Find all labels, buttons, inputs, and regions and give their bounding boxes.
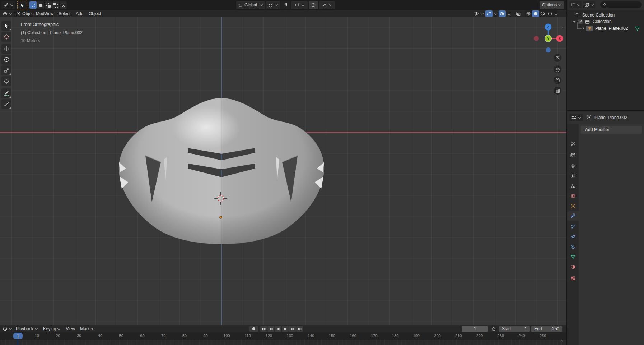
playhead[interactable] (18, 339, 18, 345)
tab-texture[interactable] (568, 273, 578, 283)
tab-scene[interactable] (568, 181, 578, 190)
menu-object[interactable]: Object (86, 10, 104, 17)
select-mode-intersect-button[interactable] (60, 1, 67, 9)
snap-target-dropdown[interactable] (266, 1, 280, 9)
viewport-editor-type-dropdown[interactable] (1, 11, 13, 17)
jump-to-start-button[interactable] (260, 326, 267, 332)
properties-editor-type-dropdown[interactable] (569, 114, 583, 121)
view-name-label: Front Orthographic (21, 22, 59, 27)
timeline-ruler[interactable]: 1020304050607080901001101201301401501601… (0, 332, 566, 340)
gizmo-axis-negx[interactable] (534, 36, 539, 41)
tab-material[interactable] (568, 262, 578, 271)
shading-dropdown[interactable] (554, 10, 558, 17)
menu-playback[interactable]: Playback (13, 326, 41, 332)
gizmo-axis-y[interactable]: Y (545, 35, 552, 42)
tool-transform[interactable] (1, 76, 11, 86)
tab-object[interactable] (568, 201, 578, 211)
shading-rendered-button[interactable] (546, 10, 554, 17)
shading-solid-button[interactable] (532, 10, 539, 17)
gizmo-axis-x[interactable]: X (556, 35, 563, 42)
tool-measure[interactable] (1, 99, 11, 109)
gizmo-axis-negz[interactable] (546, 47, 551, 52)
gizmo-axis-z[interactable]: Z (545, 24, 552, 31)
menu-select[interactable]: Select (56, 10, 73, 17)
outliner-row-scene-collection[interactable]: Scene Collection (567, 12, 644, 18)
outliner-filter-dropdown[interactable] (583, 1, 595, 8)
menu-marker[interactable]: Marker (78, 326, 96, 332)
tool-select-box[interactable] (1, 21, 11, 31)
record-button[interactable] (249, 326, 258, 332)
timeline-editor-type-dropdown[interactable] (1, 326, 13, 332)
ruler-tick-label: 180 (392, 334, 398, 338)
overlays-toggle[interactable] (499, 10, 506, 17)
menu-keying[interactable]: Keying (41, 326, 64, 332)
tab-tool[interactable] (568, 139, 578, 148)
menu-add[interactable]: Add (73, 10, 86, 17)
falloff-dropdown[interactable] (319, 1, 335, 9)
object-visibility-dropdown[interactable] (473, 10, 485, 17)
overlays-dropdown[interactable] (507, 10, 511, 17)
camera-view-button[interactable] (554, 76, 561, 84)
menu-view[interactable]: View (42, 10, 56, 17)
tab-render[interactable] (568, 151, 578, 160)
tab-physics[interactable] (568, 232, 578, 241)
current-frame-badge[interactable]: 1 (13, 333, 23, 339)
tab-output[interactable] (568, 161, 578, 170)
current-frame-field[interactable]: 1 (462, 326, 488, 332)
select-mode-tweak-button[interactable] (29, 1, 37, 9)
options-dropdown[interactable]: Options (540, 1, 564, 9)
outliner-editor-type-dropdown[interactable] (569, 1, 582, 8)
use-preview-range-toggle[interactable] (490, 326, 498, 332)
snap-toggle-button[interactable] (281, 1, 290, 9)
mask-object[interactable] (114, 92, 329, 246)
outliner-search-input[interactable] (600, 1, 642, 8)
end-frame-field[interactable]: End 250 (531, 326, 562, 332)
sidebar-collapse-arrow[interactable]: ‹ (562, 25, 564, 29)
transform-orientation-dropdown[interactable]: Global (236, 1, 265, 9)
select-mode-extend-button[interactable] (45, 1, 52, 9)
snap-with-dropdown[interactable] (291, 1, 308, 9)
editor-divider-vertical[interactable] (566, 0, 567, 345)
play-reverse-button[interactable] (275, 326, 281, 332)
next-keyframe-button[interactable] (289, 326, 296, 332)
tab-view-layer[interactable] (568, 171, 578, 180)
proportional-editing-button[interactable] (309, 1, 318, 9)
xray-toggle[interactable] (514, 10, 522, 17)
select-mode-new-button[interactable] (37, 1, 44, 9)
toggle-grid-button[interactable] (554, 87, 561, 95)
zoom-button[interactable] (554, 54, 561, 62)
viewport-3d[interactable]: Front Orthographic (1) Collection | Plan… (0, 17, 566, 325)
tab-modifiers[interactable] (567, 211, 579, 221)
select-mode-subtract-button[interactable] (52, 1, 59, 9)
tool-move[interactable] (1, 44, 11, 54)
timeline-collapse-arrow[interactable]: ‹ (561, 338, 563, 342)
tab-particles[interactable] (568, 222, 578, 231)
editor-divider-horizontal[interactable] (567, 110, 644, 111)
active-tool-button[interactable] (17, 1, 27, 10)
jump-to-end-button[interactable] (296, 326, 303, 332)
outliner-row-object[interactable]: Plane_Plane.002 (567, 25, 644, 32)
tool-cursor[interactable] (1, 32, 11, 42)
navigation-gizmo[interactable]: Z X Y (532, 22, 565, 55)
tab-constraints[interactable] (568, 242, 578, 251)
shading-wireframe-button[interactable] (525, 10, 532, 17)
menu-timeline-view[interactable]: View (63, 326, 78, 332)
start-frame-field[interactable]: Start 1 (499, 326, 530, 332)
tab-world[interactable] (568, 191, 578, 201)
editor-type-dropdown[interactable] (1, 1, 15, 9)
tool-rotate[interactable] (1, 55, 11, 65)
expander-triangle-icon[interactable] (583, 27, 584, 30)
add-modifier-button[interactable]: Add Modifier (581, 126, 642, 134)
gizmos-toggle[interactable] (485, 10, 493, 17)
play-button[interactable] (282, 326, 289, 332)
pan-button[interactable] (554, 65, 561, 73)
timeline-track-strip[interactable] (0, 340, 566, 345)
previous-keyframe-button[interactable] (267, 326, 274, 332)
shading-material-button[interactable] (539, 10, 546, 17)
gizmos-dropdown[interactable] (493, 10, 498, 17)
tool-scale[interactable] (1, 65, 11, 75)
object-origin-dot[interactable] (220, 216, 222, 218)
tool-annotate[interactable] (1, 88, 11, 98)
disclosure-triangle-icon[interactable] (573, 21, 576, 23)
tab-object-data[interactable] (568, 252, 578, 261)
